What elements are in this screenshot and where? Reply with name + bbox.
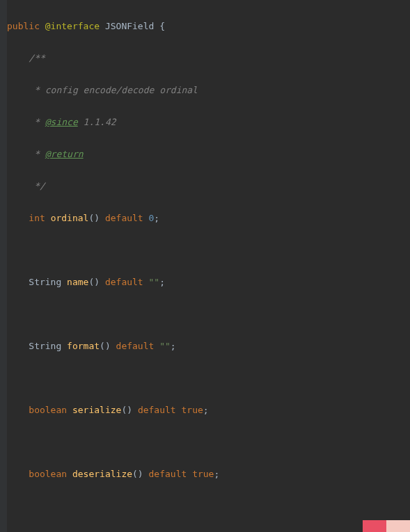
comment-close: */ (29, 181, 45, 191)
code-line: */ (7, 178, 356, 194)
parens: () (88, 213, 100, 223)
comment-open: /** (29, 53, 45, 63)
parens: () (88, 277, 100, 287)
keyword-default: default (105, 277, 143, 287)
semi: ; (214, 469, 219, 479)
code-line: * config encode/decode ordinal (7, 82, 356, 98)
code-line: int ordinal() default 0; (7, 210, 356, 226)
type-boolean: boolean (29, 469, 67, 479)
type-int: int (29, 213, 45, 223)
doc-tag-since: @since (45, 117, 78, 127)
keyword-default: default (116, 341, 155, 351)
type-boolean: boolean (29, 405, 67, 415)
parens: () (121, 405, 132, 415)
code-line: * @since 1.1.42 (7, 114, 356, 130)
string-literal: "" (149, 277, 160, 287)
scrollbar-corner-badge (363, 520, 410, 532)
blank-line (7, 242, 356, 258)
annotation-keyword: @interface (45, 21, 100, 31)
comment-value: 1.1.42 (78, 117, 116, 127)
comment-prefix: * (29, 117, 45, 127)
comment-prefix: * (29, 149, 45, 159)
semi: ; (171, 341, 176, 351)
blank-line (7, 306, 356, 322)
method-serialize: serialize (72, 405, 121, 415)
parens: () (132, 469, 143, 479)
class-name: JSONField (105, 21, 154, 31)
editor-gutter (0, 0, 7, 532)
brace-open: { (159, 21, 165, 31)
type-string: String (29, 341, 61, 351)
parens: () (100, 341, 111, 351)
semi: ; (159, 277, 165, 287)
blank-line (7, 498, 356, 514)
string-literal: "" (159, 341, 171, 351)
blank-line (7, 434, 356, 450)
method-format: format (67, 341, 100, 351)
code-line: boolean serialize() default true; (7, 402, 356, 418)
code-line: String name() default ""; (7, 274, 356, 290)
method-deserialize: deserialize (72, 469, 132, 479)
code-line: String format() default ""; (7, 338, 356, 354)
comment-text: * config encode/decode ordinal (29, 85, 198, 95)
code-content: public @interface JSONField { /** * conf… (7, 2, 356, 532)
method-name: name (67, 277, 88, 287)
bool-literal: true (192, 469, 214, 479)
keyword-public: public (7, 21, 40, 31)
bool-literal: true (182, 405, 203, 415)
semi: ; (154, 213, 159, 223)
type-string: String (29, 277, 61, 287)
badge-right (386, 520, 410, 532)
keyword-default: default (138, 405, 176, 415)
keyword-default: default (105, 213, 143, 223)
code-line: public @interface JSONField { (7, 18, 356, 34)
doc-tag-return: @return (45, 149, 84, 159)
badge-left (363, 520, 386, 532)
method-ordinal: ordinal (51, 213, 89, 223)
keyword-default: default (149, 469, 187, 479)
code-line: * @return (7, 146, 356, 162)
blank-line (7, 370, 356, 386)
code-line: /** (7, 50, 356, 66)
code-line: boolean deserialize() default true; (7, 466, 356, 482)
semi: ; (203, 405, 209, 415)
